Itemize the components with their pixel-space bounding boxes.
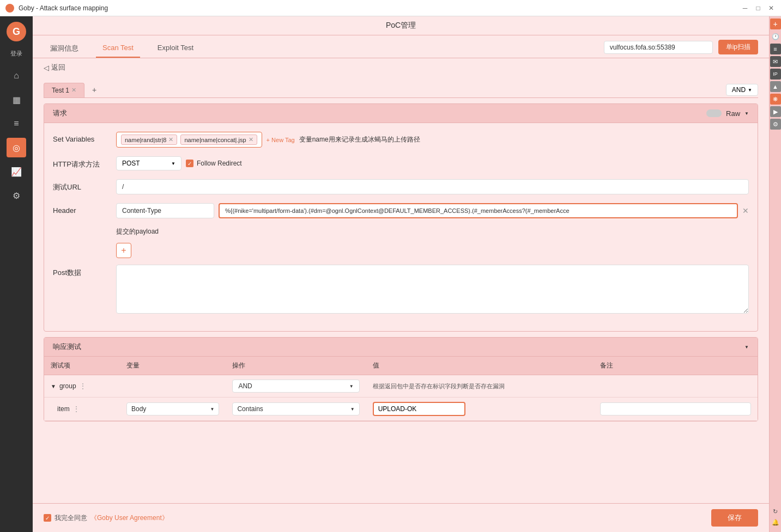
sidebar-item-scan[interactable]: ◎ xyxy=(7,138,26,157)
right-btn-clock[interactable]: 🕐 xyxy=(770,31,781,42)
item-variable-select[interactable]: Body ▼ xyxy=(126,402,219,415)
var-container: name|rand|str|8 ✕ name|name|concat|.jsp … xyxy=(116,132,262,148)
group-variable xyxy=(120,375,226,398)
back-link[interactable]: ◁ 返回 xyxy=(33,58,769,77)
header-control: ✕ xyxy=(116,203,749,218)
set-variables-row: Set Variables name|rand|str|8 ✕ name|nam… xyxy=(53,132,749,148)
http-method-row: HTTP请求方法 POST ▼ ✓ Follow Redirect xyxy=(53,156,749,170)
var-description: 变量name用来记录生成冰蝎马的上传路径 xyxy=(299,135,420,144)
right-btn-msg[interactable]: ✉ xyxy=(770,56,781,67)
right-btn-ip[interactable]: IP xyxy=(770,69,781,80)
table-row: ▼ group ⋮ AND ▼ xyxy=(44,375,758,398)
tab-exploit-test[interactable]: Exploit Test xyxy=(151,40,200,58)
and-dropdown[interactable]: AND ▼ xyxy=(726,84,758,96)
sidebar: G 登录 ⌂ ▦ ≡ ◎ 📈 ⚙ xyxy=(0,16,33,532)
http-method-label: HTTP请求方法 xyxy=(53,156,107,169)
right-btn-info[interactable]: 🔔 xyxy=(770,517,781,528)
group-and-chevron-icon: ▼ xyxy=(349,384,354,389)
method-value: POST xyxy=(122,160,140,167)
right-btn-play[interactable]: ▶ xyxy=(770,106,781,117)
http-method-control: POST ▼ ✓ Follow Redirect xyxy=(116,156,749,170)
sidebar-item-list2[interactable]: ≡ xyxy=(7,114,26,133)
target-input[interactable] xyxy=(604,41,713,54)
test-tab-add[interactable]: + xyxy=(87,82,102,97)
tab-scan-test[interactable]: Scan Test xyxy=(96,40,140,58)
right-btn-gear[interactable]: ⚙ xyxy=(770,119,781,130)
item-operation-value: Contains xyxy=(237,405,263,413)
set-variables-control: name|rand|str|8 ✕ name|name|concat|.jsp … xyxy=(116,132,749,148)
var-tag-2-label: name|name|concat|.jsp xyxy=(184,137,246,143)
item-label: item xyxy=(57,405,70,413)
col-remark: 备注 xyxy=(594,357,758,375)
sidebar-item-graph[interactable]: 📈 xyxy=(7,162,26,181)
request-title: 请求 xyxy=(53,108,67,118)
header-delete-icon[interactable]: ✕ xyxy=(742,206,749,215)
request-section-body: Set Variables name|rand|str|8 ✕ name|nam… xyxy=(44,123,758,331)
test-tab-1-label: Test 1 xyxy=(52,87,69,94)
right-btn-flower[interactable]: ❋ xyxy=(770,94,781,105)
group-and-select[interactable]: AND ▼ xyxy=(232,380,359,393)
sidebar-item-home[interactable]: ⌂ xyxy=(7,66,26,85)
window-controls: ─ □ ✕ xyxy=(741,4,776,13)
comment-label: 提交的payload xyxy=(116,225,159,237)
group-desc: 根据返回包中是否存在标识字段判断是否存在漏洞 xyxy=(373,383,505,389)
group-label: group xyxy=(59,382,76,390)
tab-vuln-info[interactable]: 漏洞信息 xyxy=(44,40,85,58)
item-variable-cell: Body ▼ xyxy=(120,398,226,421)
raw-chevron-icon: ▼ xyxy=(744,111,749,116)
right-btn-refresh[interactable]: ↻ xyxy=(770,506,781,517)
method-chevron-icon: ▼ xyxy=(171,161,175,166)
main-content: Test 1 ✕ + AND ▼ 请求 Raw ▼ xyxy=(33,77,769,503)
col-test-item: 测试项 xyxy=(44,357,120,375)
page-header: PoC管理 xyxy=(33,16,769,35)
right-sidebar: + 🕐 ≡ ✉ IP ▲ ❋ ▶ ⚙ ↻ 🔔 xyxy=(769,16,781,532)
scan-button[interactable]: 单ip扫描 xyxy=(718,40,758,54)
item-remark-input[interactable] xyxy=(600,402,751,415)
test-tab-1[interactable]: Test 1 ✕ xyxy=(44,83,84,97)
header-value-input[interactable] xyxy=(219,203,738,218)
right-btn-add[interactable]: + xyxy=(770,19,781,29)
agreement-link[interactable]: 《Goby User Agreement》 xyxy=(90,513,168,523)
minimize-btn[interactable]: ─ xyxy=(741,4,749,13)
sidebar-item-settings[interactable]: ⚙ xyxy=(7,186,26,205)
var-tag-1-close[interactable]: ✕ xyxy=(168,136,173,143)
group-chevron-icon[interactable]: ▼ xyxy=(51,383,56,389)
col-operation: 操作 xyxy=(226,357,366,375)
header-key-input[interactable] xyxy=(116,203,214,218)
follow-redirect-label[interactable]: ✓ Follow Redirect xyxy=(186,160,242,167)
and-chevron-icon: ▼ xyxy=(748,88,752,93)
test-url-control xyxy=(116,179,749,194)
app-title: Goby - Attack surface mapping xyxy=(19,4,741,12)
and-label: AND xyxy=(732,86,746,94)
right-btn-up[interactable]: ▲ xyxy=(770,81,781,92)
item-operation-select[interactable]: Contains ▼ xyxy=(232,402,359,415)
item-menu-icon[interactable]: ⋮ xyxy=(73,405,80,413)
maximize-btn[interactable]: □ xyxy=(754,4,762,13)
group-menu-icon[interactable]: ⋮ xyxy=(80,382,86,390)
sidebar-login[interactable]: 登录 xyxy=(10,50,22,58)
close-btn[interactable]: ✕ xyxy=(767,4,776,13)
agreement-label[interactable]: ✓ 我完全同意 《Goby User Agreement》 xyxy=(44,513,168,523)
content-area: PoC管理 漏洞信息 Scan Test Exploit Test 单ip扫描 … xyxy=(33,16,769,532)
sidebar-item-list1[interactable]: ▦ xyxy=(7,90,26,109)
test-url-input[interactable] xyxy=(116,179,749,194)
test-tab-1-close[interactable]: ✕ xyxy=(71,87,76,94)
agreement-checkbox[interactable]: ✓ xyxy=(44,514,51,522)
request-section: 请求 Raw ▼ Set Variables na xyxy=(44,103,758,332)
item-test-item: item ⋮ xyxy=(44,398,120,421)
raw-toggle[interactable] xyxy=(706,109,722,117)
var-tag-1-label: name|rand|str|8 xyxy=(125,137,166,143)
save-button[interactable]: 保存 xyxy=(711,509,758,527)
new-tag-button[interactable]: + New Tag xyxy=(267,137,295,143)
post-data-textarea[interactable] xyxy=(116,265,749,314)
follow-redirect-checkbox[interactable]: ✓ xyxy=(186,160,193,167)
add-header-button[interactable]: + xyxy=(116,243,131,258)
header-row: Header ✕ xyxy=(53,203,749,218)
right-btn-list[interactable]: ≡ xyxy=(770,44,781,54)
var-tag-2-close[interactable]: ✕ xyxy=(249,136,253,143)
item-value-input[interactable] xyxy=(373,402,465,416)
response-chevron-icon: ▼ xyxy=(744,345,749,350)
sidebar-logo[interactable]: G xyxy=(7,22,26,41)
list2-icon: ≡ xyxy=(14,119,19,129)
method-select[interactable]: POST ▼ xyxy=(116,156,181,170)
